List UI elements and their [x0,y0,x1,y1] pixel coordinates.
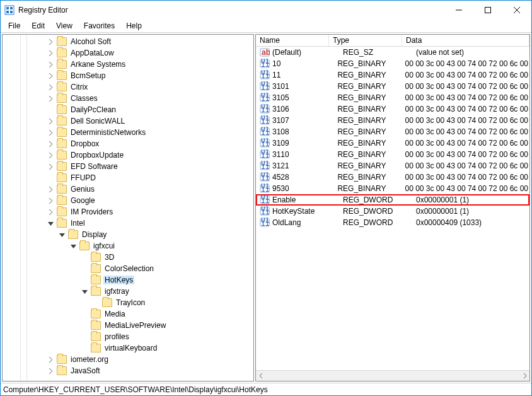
value-row[interactable]: 0111109530REG_BINARY00 00 3c 00 43 00 74… [256,183,529,194]
horizontal-scrollbar[interactable] [256,370,529,381]
tree-node[interactable]: Dropbox [3,138,253,149]
tree-node[interactable]: EFD Software [3,161,253,172]
tree-node[interactable]: Dell SonicWALL [3,115,253,127]
tree-node[interactable]: igfxtray [3,286,253,297]
tree-node[interactable]: virtualKeyboard [3,342,253,354]
chevron-right-icon[interactable] [48,187,57,192]
value-row[interactable]: 011110HotKeyStateREG_DWORD0x00000001 (1) [256,206,529,217]
chevron-right-icon[interactable] [48,39,57,45]
minimize-button[interactable] [444,1,473,20]
folder-icon [57,355,67,364]
value-row[interactable]: 0111103101REG_BINARY00 00 3c 00 43 00 74… [256,81,529,92]
tree-node[interactable]: Google [3,195,253,206]
value-row[interactable]: 0111103110REG_BINARY00 00 3c 00 43 00 74… [256,149,529,160]
folder-icon [91,321,101,330]
binary-value-icon: 011110 [260,149,270,160]
value-row[interactable]: 0111103105REG_BINARY00 00 3c 00 43 00 74… [256,92,529,103]
tree-node[interactable]: BcmSetup [3,70,253,81]
chevron-right-icon[interactable] [48,164,57,170]
tree-node[interactable]: DropboxUpdate [3,149,253,161]
value-row[interactable]: 0111103121REG_BINARY00 00 3c 00 43 00 74… [256,160,529,172]
tree-node[interactable]: DeterministicNetworks [3,127,253,138]
tree-pane[interactable]: Alcohol SoftAppDataLowArkane SystemsBcmS… [2,34,254,381]
tree-node-label: JavaSoft [69,366,101,375]
tree-node-label: EFD Software [69,162,119,171]
tree-node-label: DailyPcClean [69,105,117,114]
value-data: 00 00 3c 00 43 00 74 00 72 00 6c 00 [405,150,529,159]
col-header-data[interactable]: Data [402,35,529,46]
chevron-right-icon[interactable] [48,141,57,147]
menu-edit[interactable]: Edit [26,21,50,31]
tree-node-label: FFUPD [69,173,97,182]
chevron-right-icon[interactable] [48,50,57,56]
tree-node-label: Citrix [69,83,89,91]
value-row[interactable]: 011110OldLangREG_DWORD0x00000409 (1033) [256,217,529,228]
tree-node[interactable]: iometer.org [3,354,253,365]
value-row[interactable]: 0111103108REG_BINARY00 00 3c 00 43 00 74… [256,126,529,137]
value-row[interactable]: 011110EnableREG_DWORD0x00000001 (1) [256,194,529,206]
tree-node[interactable]: Media [3,308,253,320]
scroll-left-icon[interactable] [256,371,267,381]
chevron-down-icon[interactable] [71,243,79,249]
tree-node[interactable]: IM Providers [3,206,253,218]
menu-favorites[interactable]: Favorites [79,21,120,31]
tree-node[interactable]: profiles [3,331,253,342]
chevron-down-icon[interactable] [82,289,91,294]
chevron-right-icon[interactable] [48,198,57,204]
tree-node[interactable]: ColorSelection [3,263,253,274]
chevron-right-icon[interactable] [48,368,57,374]
chevron-right-icon[interactable] [48,119,57,124]
chevron-right-icon[interactable] [48,84,57,90]
tree-node[interactable]: FFUPD [3,172,253,183]
value-data: 00 00 3c 00 43 00 74 00 72 00 6c 00 [405,173,529,182]
tree-node[interactable]: Genius [3,183,253,195]
values-pane[interactable]: Name Type Data ab(Default)REG_SZ(value n… [255,34,530,381]
menu-file[interactable]: File [3,21,25,31]
tree-node[interactable]: Citrix [3,81,253,93]
value-row[interactable]: 0111104528REG_BINARY00 00 3c 00 43 00 74… [256,172,529,183]
maximize-button[interactable] [473,1,502,20]
binary-value-icon: 011110 [260,218,270,228]
tree-node[interactable]: 3D [3,252,253,263]
tree-node[interactable]: DailyPcClean [3,104,253,115]
value-name: 3121 [272,161,337,170]
tree-node[interactable]: Arkane Systems [3,59,253,70]
tree-node[interactable]: JavaSoft [3,365,253,376]
chevron-down-icon[interactable] [48,221,57,226]
tree-node[interactable]: Intel [3,218,253,229]
tree-node[interactable]: TrayIcon [3,297,253,308]
tree-node[interactable]: AppDataLow [3,47,253,59]
tree-node[interactable]: Display [3,229,253,240]
menu-view[interactable]: View [51,21,78,31]
value-row[interactable]: 0111103106REG_BINARY00 00 3c 00 43 00 74… [256,103,529,115]
tree-node[interactable]: HotKeys [3,274,253,286]
tree-node-label: Display [81,230,108,239]
chevron-down-icon[interactable] [59,232,68,238]
svg-text:110: 110 [261,128,270,137]
close-button[interactable] [502,1,531,20]
chevron-right-icon[interactable] [48,62,57,67]
tree-node[interactable]: MediaLivePreview [3,320,253,331]
scroll-right-icon[interactable] [519,371,529,381]
col-header-name[interactable]: Name [256,35,329,46]
tree-node[interactable]: Classes [3,93,253,104]
scroll-track[interactable] [267,371,519,381]
value-row[interactable]: 0111103107REG_BINARY00 00 3c 00 43 00 74… [256,115,529,126]
chevron-right-icon[interactable] [48,209,57,215]
value-data: 00 00 3c 00 43 00 74 00 72 00 6c 00 [405,116,529,125]
chevron-right-icon[interactable] [48,130,57,136]
value-row[interactable]: 01111010REG_BINARY00 00 3c 00 43 00 74 0… [256,58,529,69]
tree-node[interactable]: Alcohol Soft [3,36,253,47]
chevron-right-icon[interactable] [48,357,57,363]
value-row[interactable]: 01111011REG_BINARY00 00 3c 00 43 00 74 0… [256,69,529,81]
value-name: 3106 [272,105,337,114]
value-row[interactable]: 0111103109REG_BINARY00 00 3c 00 43 00 74… [256,137,529,149]
value-row[interactable]: ab(Default)REG_SZ(value not set) [256,47,529,58]
chevron-right-icon[interactable] [48,73,57,79]
col-header-type[interactable]: Type [329,35,402,46]
chevron-right-icon[interactable] [48,96,57,102]
tree-node-label: Dropbox [69,139,100,148]
tree-node[interactable]: igfxcui [3,240,253,252]
menu-help[interactable]: Help [121,21,147,31]
chevron-right-icon[interactable] [48,153,57,158]
